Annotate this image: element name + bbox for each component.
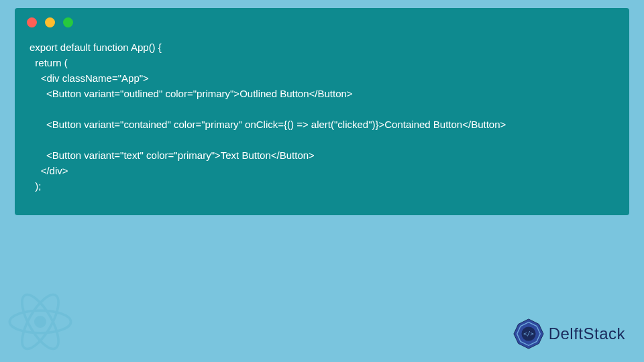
code-line: return ( xyxy=(30,57,68,68)
code-line: <div className="App"> xyxy=(30,72,149,84)
delftstack-logo-icon: </> xyxy=(513,318,545,350)
code-line: export default function App() { xyxy=(30,42,162,53)
code-line: <Button variant="contained" color="prima… xyxy=(30,119,506,130)
svg-text:</>: </> xyxy=(523,330,534,337)
code-line: <Button variant="outlined" color="primar… xyxy=(30,88,353,99)
code-line: ); xyxy=(30,180,42,192)
code-line: </div> xyxy=(30,165,68,176)
brand-name: DelftStack xyxy=(549,324,625,343)
close-icon[interactable] xyxy=(27,17,37,27)
page-background: export default function App() { return (… xyxy=(0,0,644,362)
code-line: <Button variant="text" color="primary">T… xyxy=(30,149,315,161)
window-titlebar xyxy=(15,8,629,34)
code-window: export default function App() { return (… xyxy=(15,8,629,215)
minimize-icon[interactable] xyxy=(45,17,55,27)
brand-logo-area: </> DelftStack xyxy=(513,318,625,350)
maximize-icon[interactable] xyxy=(63,17,73,27)
code-content: export default function App() { return (… xyxy=(15,34,629,199)
svg-point-0 xyxy=(36,317,45,326)
react-watermark-icon xyxy=(0,282,80,362)
